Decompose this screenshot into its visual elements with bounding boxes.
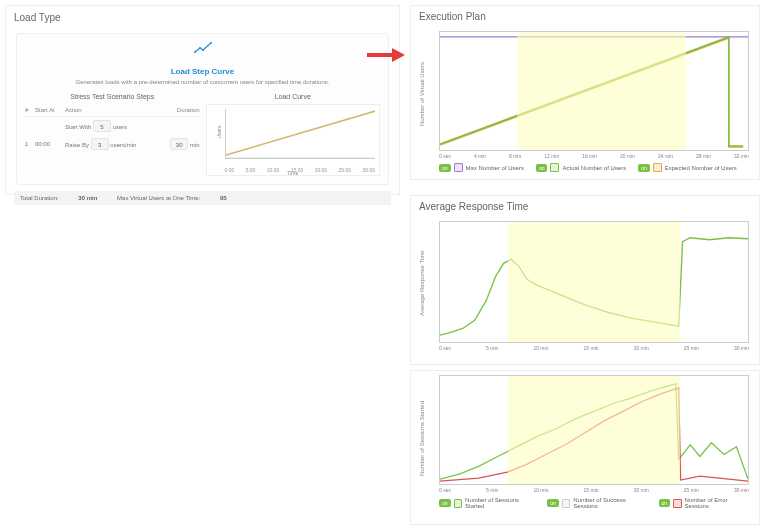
panel-title: Average Response Time	[411, 196, 759, 217]
step-start: 00:00	[35, 141, 65, 147]
legend-item-max-users[interactable]: onMax Number of Users	[439, 163, 524, 172]
step-rate-unit: users/min	[110, 142, 136, 148]
step-idx: 1	[25, 141, 35, 147]
start-with-unit: users	[113, 124, 128, 130]
step-duration-input[interactable]: 30	[170, 138, 188, 150]
legend-item-actual-users[interactable]: onActual Number of Users	[536, 163, 626, 172]
resp-xticks: 0 sec5 min10 min15 min20 min25 min30 min	[439, 345, 749, 351]
curve-icon	[25, 42, 380, 57]
col-action: Action	[65, 107, 160, 113]
curve-column: Load Curve Users 0:00 5:00 10:00 15:00	[206, 93, 381, 176]
svg-point-3	[210, 42, 212, 44]
exec-plan-chart	[439, 31, 749, 151]
legend-item-success-sessions[interactable]: onNumber of Success Sessions	[547, 497, 646, 509]
mini-load-curve-chart: Users 0:00 5:00 10:00 15:00 20:00 25:00	[206, 104, 381, 176]
step-duration-unit: min	[190, 142, 200, 148]
mini-xlabel: Time	[207, 170, 380, 176]
curve-title: Load Step Curve	[25, 67, 380, 76]
load-type-card: Load Step Curve Generates loads with a p…	[16, 33, 389, 185]
svg-point-1	[199, 47, 201, 49]
steps-header-row: # Start At Action Duration	[25, 104, 200, 117]
panel-title: Load Type	[6, 6, 399, 29]
svg-marker-6	[392, 48, 405, 62]
response-time-chart	[439, 221, 749, 343]
curve-heading: Load Curve	[206, 93, 381, 100]
start-with-input[interactable]: 5	[93, 120, 111, 132]
legend-item-error-sessions[interactable]: onNumber of Error Sessions	[659, 497, 749, 509]
legend-item-expected-users[interactable]: onExpected Number of Users	[638, 163, 737, 172]
col-idx: #	[25, 107, 35, 113]
steps-heading: Stress Test Scenario Steps	[25, 93, 200, 100]
col-start: Start At	[35, 107, 65, 113]
steps-column: Stress Test Scenario Steps # Start At Ac…	[25, 93, 200, 176]
svg-point-0	[194, 51, 196, 53]
red-arrow-icon	[365, 45, 405, 65]
load-type-panel: Load Type Load Step Curve Generates load…	[5, 5, 400, 195]
highlight-band	[508, 376, 680, 484]
step-amount-input[interactable]: 3	[91, 138, 109, 150]
load-type-footer: Total Duration: 30 min Max Virtual Users…	[14, 191, 391, 205]
steps-table: # Start At Action Duration Start With 5 …	[25, 104, 200, 153]
execution-plan-panel: Execution Plan Number of Virtual Users 0…	[410, 5, 760, 180]
step-action-label: Raise By	[65, 142, 89, 148]
sessions-ylabel: Number of Sessions Started	[419, 401, 425, 476]
svg-point-2	[202, 49, 204, 51]
mini-ylabel: Users	[215, 125, 221, 138]
start-with-row: Start With 5 users	[25, 117, 200, 135]
curve-subtitle: Generates loads with a pre-determined nu…	[25, 79, 380, 85]
exec-xticks: 0 sec4 min8 min12 min16 min20 min24 min2…	[439, 153, 749, 159]
highlight-band	[517, 32, 686, 150]
sessions-chart	[439, 375, 749, 485]
step-row: 1 00:00 Raise By 3 users/min 30 min	[25, 135, 200, 153]
response-time-panel: Average Response Time Average Response T…	[410, 195, 760, 365]
sessions-xticks: 0 sec5 min10 min15 min20 min25 min30 min	[439, 487, 749, 493]
start-with-label: Start With	[65, 124, 91, 130]
legend-item-sessions-started[interactable]: onNumber of Sessions Started	[439, 497, 535, 509]
col-duration: Duration	[160, 107, 200, 113]
panel-title: Execution Plan	[411, 6, 759, 27]
sessions-legend: onNumber of Sessions Started onNumber of…	[439, 497, 749, 509]
highlight-band	[508, 222, 680, 342]
exec-legend: onMax Number of Users onActual Number of…	[439, 163, 749, 172]
exec-ylabel: Number of Virtual Users	[419, 62, 425, 126]
sessions-panel: Number of Sessions Started 0 sec5 min10 …	[410, 370, 760, 525]
resp-ylabel: Average Response Time	[419, 250, 425, 316]
